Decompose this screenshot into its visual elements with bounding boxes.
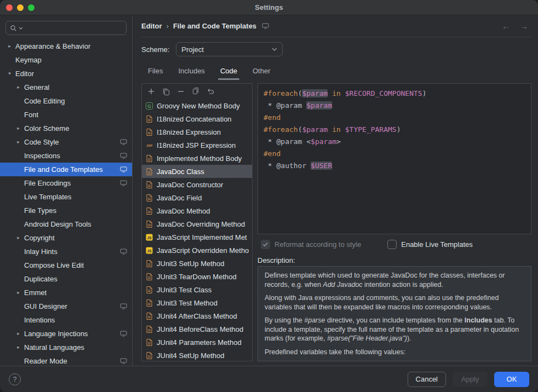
chevron-right-icon[interactable]: ▸: [14, 331, 22, 336]
sidebar-item-label: File Types: [24, 206, 56, 215]
sidebar-item-inlay-hints[interactable]: Inlay Hints: [0, 245, 132, 258]
zoom-button[interactable]: [28, 4, 35, 11]
copy-icon[interactable]: [161, 87, 171, 96]
sidebar-item-file-and-code-templates[interactable]: File and Code Templates: [0, 163, 132, 176]
template-item-javadoc-class[interactable]: JavaDoc Class: [142, 165, 252, 178]
template-item-label: JavaDoc Method: [157, 207, 210, 215]
chevron-right-icon[interactable]: ▸: [14, 345, 22, 350]
sidebar-item-natural-languages[interactable]: ▸Natural Languages: [0, 341, 132, 354]
template-item-groovy-new-method-body[interactable]: GGroovy New Method Body: [142, 99, 252, 112]
template-item-junit3-teardown-method[interactable]: JUnit3 TearDown Method: [142, 270, 252, 283]
forward-arrow-icon[interactable]: →: [520, 21, 528, 31]
scheme-value: Project: [181, 45, 203, 54]
template-item-junit4-parameters-method[interactable]: JUnit4 Parameters Method: [142, 336, 252, 349]
template-item-javadoc-overriding-method[interactable]: JavaDoc Overriding Method: [142, 217, 252, 230]
sidebar-item-emmet[interactable]: ▸Emmet: [0, 286, 132, 299]
sidebar-item-label: Code Style: [24, 138, 59, 146]
reformat-checkbox[interactable]: Reformat according to style: [261, 240, 361, 249]
add-icon[interactable]: [146, 87, 156, 96]
sidebar-item-editor[interactable]: ▾Editor: [0, 67, 132, 80]
sidebar-item-label: General: [24, 83, 49, 91]
sidebar-item-appearance-behavior[interactable]: ▸Appearance & Behavior: [0, 39, 132, 53]
sidebar-item-label: File and Code Templates: [24, 165, 103, 174]
minimize-button[interactable]: [17, 4, 24, 11]
template-item-implemented-method-body[interactable]: Implemented Method Body: [142, 152, 252, 165]
description-panel[interactable]: Defines template which used to generate …: [257, 266, 531, 361]
enable-live-templates-checkbox[interactable]: Enable Live Templates: [387, 240, 473, 249]
chevron-right-icon[interactable]: ▸: [14, 140, 22, 145]
sidebar-item-label: GUI Designer: [24, 302, 67, 310]
settings-window: Settings ▸Appearance & BehaviorKeymap▾Ed…: [0, 0, 538, 392]
sidebar-item-android-design-tools[interactable]: Android Design Tools: [0, 217, 132, 231]
template-item-javadoc-constructor[interactable]: JavaDoc Constructor: [142, 178, 252, 191]
template-item-junit3-test-class[interactable]: JUnit3 Test Class: [142, 283, 252, 296]
chevron-down-icon[interactable]: ▾: [5, 71, 14, 76]
template-item-label: JUnit4 AfterClass Method: [157, 312, 237, 320]
sidebar-item-file-types[interactable]: File Types: [0, 204, 132, 217]
settings-content: Editor › File and Code Templates ← → Sch…: [133, 15, 538, 366]
tab-includes[interactable]: Includes: [171, 61, 211, 80]
sidebar-item-code-editing[interactable]: Code Editing: [0, 94, 132, 108]
sidebar-item-file-encodings[interactable]: File Encodings: [0, 176, 132, 190]
close-button[interactable]: [6, 4, 13, 11]
sidebar-item-live-templates[interactable]: Live Templates: [0, 190, 132, 204]
template-item-javadoc-method[interactable]: JavaDoc Method: [142, 204, 252, 217]
template-item-junit4-beforeclass-method[interactable]: JUnit4 BeforeClass Method: [142, 322, 252, 336]
template-item-i18nized-concatenation[interactable]: I18nized Concatenation: [142, 112, 252, 125]
tab-code[interactable]: Code: [214, 61, 244, 80]
sidebar-item-reader-mode[interactable]: Reader Mode: [0, 354, 132, 366]
sidebar-item-font[interactable]: Font: [0, 108, 132, 122]
sidebar-item-inspections[interactable]: Inspections: [0, 149, 132, 163]
template-item-junit4-afterclass-method[interactable]: JUnit4 AfterClass Method: [142, 309, 252, 322]
duplicate-icon[interactable]: [191, 87, 201, 96]
remove-icon[interactable]: [176, 87, 186, 96]
search-input[interactable]: [25, 24, 122, 32]
template-item-label: JavaScript Implemented Met: [157, 233, 247, 241]
chevron-right-icon[interactable]: ▸: [5, 44, 14, 49]
help-button[interactable]: ?: [9, 373, 21, 385]
search-history-chevron-icon[interactable]: [19, 27, 23, 30]
breadcrumb-editor[interactable]: Editor: [141, 22, 162, 30]
template-item-label: JavaScript Overridden Metho: [157, 246, 249, 255]
template-item-junit4-setup-method[interactable]: JUnit4 SetUp Method: [142, 349, 252, 361]
sidebar-item-duplicates[interactable]: Duplicates: [0, 272, 132, 286]
cancel-button[interactable]: Cancel: [408, 372, 446, 387]
template-file-icon: [145, 115, 153, 123]
scheme-select[interactable]: Project: [176, 42, 283, 56]
sidebar-item-language-injections[interactable]: ▸Language Injections: [0, 327, 132, 341]
reformat-label: Reformat according to style: [274, 240, 361, 249]
code-line: #foreach($param in $RECORD_COMPONENTS): [264, 88, 525, 100]
chevron-right-icon[interactable]: ▸: [14, 85, 22, 90]
chevron-right-icon[interactable]: ▸: [14, 126, 22, 131]
template-item-i18nized-expression[interactable]: I18nized Expression: [142, 125, 252, 139]
settings-search[interactable]: [5, 21, 127, 35]
template-item-junit3-test-method[interactable]: JUnit3 Test Method: [142, 296, 252, 309]
template-item-javascript-implemented-met[interactable]: JSJavaScript Implemented Met: [142, 230, 252, 244]
sidebar-item-intentions[interactable]: Intentions: [0, 313, 132, 327]
ide-settings-icon: [120, 358, 127, 364]
template-file-icon: [145, 194, 153, 202]
chevron-right-icon[interactable]: ▸: [14, 235, 22, 240]
template-item-javadoc-field[interactable]: JavaDoc Field: [142, 191, 252, 204]
ok-button[interactable]: OK: [494, 372, 529, 387]
template-item-i18nized-jsp-expression[interactable]: JSPI18nized JSP Expression: [142, 139, 252, 152]
template-toolbar: [142, 84, 252, 99]
template-editor[interactable]: #foreach($param in $RECORD_COMPONENTS) *…: [257, 83, 531, 234]
sidebar-item-color-scheme[interactable]: ▸Color Scheme: [0, 122, 132, 135]
tab-files[interactable]: Files: [141, 61, 169, 80]
sidebar-item-compose-live-edit[interactable]: Compose Live Edit: [0, 258, 132, 272]
search-icon: [10, 25, 17, 32]
template-item-javascript-overridden-metho[interactable]: JSJavaScript Overridden Metho: [142, 244, 252, 257]
tab-other[interactable]: Other: [246, 61, 277, 80]
sidebar-item-keymap[interactable]: Keymap: [0, 53, 132, 67]
sidebar-item-copyright[interactable]: ▸Copyright: [0, 231, 132, 245]
template-file-icon: [145, 325, 153, 333]
chevron-right-icon[interactable]: ▸: [14, 290, 22, 295]
apply-button[interactable]: Apply: [453, 372, 488, 387]
sidebar-item-gui-designer[interactable]: GUI Designer: [0, 299, 132, 313]
template-item-junit3-setup-method[interactable]: JUnit3 SetUp Method: [142, 257, 252, 270]
sidebar-item-general[interactable]: ▸General: [0, 80, 132, 94]
back-arrow-icon[interactable]: ←: [502, 21, 510, 31]
revert-icon[interactable]: [205, 87, 215, 96]
sidebar-item-code-style[interactable]: ▸Code Style: [0, 135, 132, 149]
